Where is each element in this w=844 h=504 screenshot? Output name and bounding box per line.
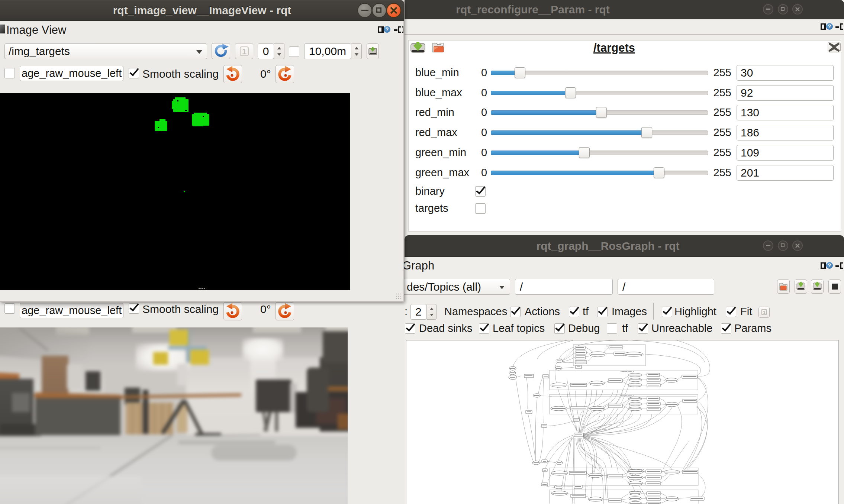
svg-text:/controller_linear_z: /controller_linear_z [621, 371, 634, 372]
